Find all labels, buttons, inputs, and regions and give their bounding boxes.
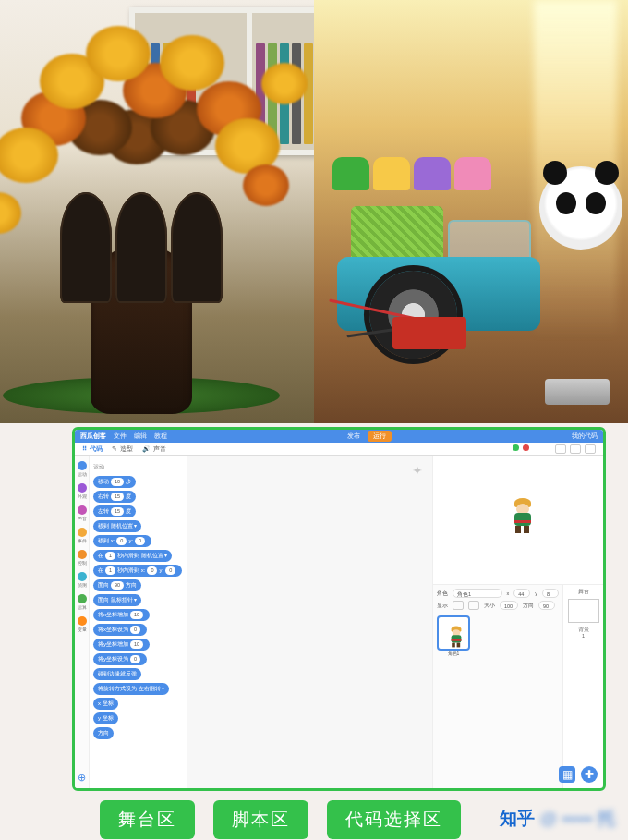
- sprite-name-label: 角色: [437, 590, 448, 597]
- palette-block[interactable]: y 坐标: [93, 712, 118, 724]
- cat-sensing[interactable]: [78, 572, 87, 581]
- sprite-thumbnail[interactable]: 角色1: [437, 615, 470, 651]
- photo-collage: [0, 0, 628, 423]
- stage-column: 角色 角色1 x 44 y 8 显示 大小 100: [433, 456, 603, 788]
- sprite-x-field[interactable]: 44: [513, 589, 530, 598]
- photo-left: [0, 0, 314, 423]
- menu-file[interactable]: 文件: [114, 432, 127, 441]
- zhihu-watermark: 知乎 @ ••••• 托: [500, 807, 615, 831]
- add-backdrop-button[interactable]: ▦: [559, 766, 575, 783]
- brush-icon: ✎: [112, 445, 117, 453]
- label-palette: 代码选择区: [327, 800, 461, 839]
- sprite-name-field[interactable]: 角色1: [453, 589, 502, 598]
- palette-block[interactable]: 在1秒内滑到 x:0 y:0: [93, 565, 182, 577]
- stage-thumbnail-panel: 舞台 背景 1: [562, 585, 603, 788]
- cat-looks[interactable]: [78, 483, 87, 493]
- stage-small-button[interactable]: [555, 444, 566, 454]
- palette-block[interactable]: 将y坐标增加10: [93, 639, 150, 651]
- sprite-show-label: 显示: [437, 603, 448, 609]
- share-button[interactable]: 发布: [347, 432, 360, 441]
- palette-block[interactable]: 右转15度: [93, 491, 136, 503]
- cat-operators[interactable]: [78, 594, 87, 603]
- tab-sounds[interactable]: 🔊 声音: [142, 444, 166, 454]
- ide-tabs: ⠿ 代码 ✎ 造型 🔊 声音: [75, 443, 603, 456]
- menu-edit[interactable]: 编辑: [134, 432, 147, 441]
- add-extension-button[interactable]: ⊕: [77, 772, 88, 783]
- label-script: 脚本区: [213, 800, 308, 839]
- palette-block[interactable]: 面向90方向: [93, 579, 141, 591]
- stop-icon[interactable]: [523, 444, 529, 451]
- lego-treehouse: [0, 7, 298, 414]
- palette-block[interactable]: 在1秒内滑到 随机位置 ▾: [93, 550, 172, 562]
- cat-events[interactable]: [78, 528, 87, 537]
- ide-menubar: 西瓜创客 文件 编辑 教程 发布 运行 我的代码: [75, 430, 603, 443]
- my-code-button[interactable]: 我的代码: [572, 432, 598, 441]
- stage-sprite[interactable]: [511, 498, 535, 533]
- cat-sound[interactable]: [78, 505, 87, 515]
- canvas-watermark-icon: ✦: [412, 463, 423, 478]
- stage-preview[interactable]: [433, 456, 603, 585]
- block-palette[interactable]: 运动 移动10步右转15度左转15度移到 随机位置 ▾移到 x:0 y:0在1秒…: [90, 456, 187, 788]
- block-category-column: 运动 外观 声音 事件 控制 侦测 运算 变量 ⊕: [75, 456, 90, 788]
- sprite-info-panel: 角色 角色1 x 44 y 8 显示 大小 100: [433, 585, 562, 788]
- cat-variables[interactable]: [78, 616, 87, 626]
- palette-block[interactable]: 将旋转方式设为 左右翻转 ▾: [93, 683, 169, 695]
- palette-block[interactable]: 将x坐标增加10: [93, 609, 150, 621]
- stage-label: 舞台: [578, 589, 589, 595]
- palette-block[interactable]: 将x坐标设为0: [93, 624, 147, 636]
- brand-logo: 西瓜创客: [80, 432, 106, 441]
- palette-block[interactable]: 面向 鼠标指针 ▾: [93, 594, 141, 606]
- label-stage: 舞台区: [100, 800, 195, 839]
- cat-motion[interactable]: [78, 461, 87, 470]
- sprite-y-field[interactable]: 8: [542, 589, 559, 598]
- run-button[interactable]: 运行: [368, 431, 392, 442]
- palette-block[interactable]: 移到 x:0 y:0: [93, 535, 151, 547]
- palette-block[interactable]: 移动10步: [93, 476, 136, 488]
- tab-costumes[interactable]: ✎ 造型: [112, 444, 133, 454]
- palette-heading: 运动: [93, 463, 183, 471]
- green-flag-icon[interactable]: [513, 444, 519, 451]
- ide-region: 西瓜创客 文件 编辑 教程 发布 运行 我的代码 ⠿ 代码 ✎ 造型 🔊 声音: [0, 423, 628, 840]
- add-sprite-button[interactable]: ✚: [581, 766, 598, 783]
- stage-thumbnail[interactable]: [568, 599, 599, 623]
- palette-block[interactable]: 碰到边缘就反弹: [93, 668, 141, 680]
- palette-block[interactable]: 左转15度: [93, 505, 136, 517]
- cat-control[interactable]: [78, 550, 87, 559]
- code-icon: ⠿: [82, 445, 87, 453]
- stage-large-button[interactable]: [570, 444, 581, 454]
- ide-window: 西瓜创客 文件 编辑 教程 发布 运行 我的代码 ⠿ 代码 ✎ 造型 🔊 声音: [72, 427, 606, 791]
- sprite-size-field[interactable]: 100: [500, 601, 518, 610]
- sprite-dir-field[interactable]: 90: [538, 601, 555, 610]
- script-canvas[interactable]: ✦: [187, 456, 433, 788]
- palette-block[interactable]: 将y坐标设为0: [93, 653, 147, 665]
- photo-right: [314, 0, 628, 423]
- palette-block[interactable]: 方向: [93, 727, 114, 739]
- battery-pack: [545, 379, 610, 405]
- mbot-robot: [319, 183, 559, 359]
- sprite-hide-toggle[interactable]: [468, 601, 479, 610]
- menu-tutorial[interactable]: 教程: [154, 432, 167, 441]
- stage-full-button[interactable]: [585, 444, 596, 454]
- sound-icon: 🔊: [142, 445, 151, 453]
- palette-block[interactable]: x 坐标: [93, 698, 118, 710]
- palette-block[interactable]: 移到 随机位置 ▾: [93, 520, 141, 532]
- tab-code[interactable]: ⠿ 代码: [82, 444, 103, 454]
- sprite-show-toggle[interactable]: [453, 601, 464, 610]
